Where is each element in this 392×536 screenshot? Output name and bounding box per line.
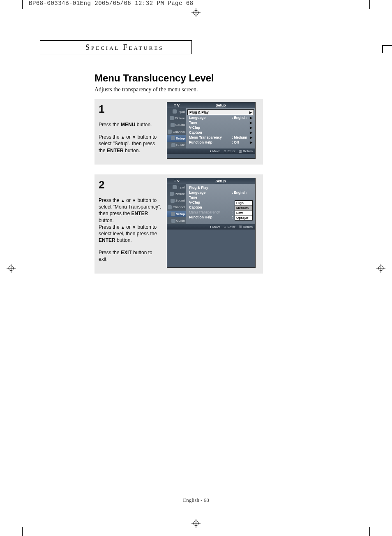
osd-nav-item: Setup <box>167 211 186 217</box>
nav-icon <box>171 212 175 216</box>
osd-nav-item: Input <box>167 184 186 190</box>
osd-foot-enter: ⊕ Enter <box>224 225 235 229</box>
osd-nav-item: Picture <box>167 190 186 197</box>
nav-icon <box>173 185 177 189</box>
step-block: 2 Press the ▲ or ▼ button to select "Men… <box>95 174 263 274</box>
osd-foot-enter: ⊕ Enter <box>224 149 235 153</box>
nav-icon <box>171 136 175 140</box>
osd-screenshot: T V Setup InputPictureSoundChannelSetupG… <box>167 102 256 159</box>
osd-screenshot: T V Setup InputPictureSoundChannelSetupG… <box>167 178 256 268</box>
osd-popup-item: Medium <box>235 206 252 211</box>
step-number: 2 <box>99 178 162 192</box>
osd-option-row: V-Chip▶ <box>187 125 254 130</box>
osd-option-row: Menu Transparency: Medium▶ <box>187 135 254 140</box>
osd-footer: ♦ Move ⊕ Enter ▥ Return <box>167 224 255 230</box>
osd-foot-move: ♦ Move <box>210 225 221 229</box>
osd-nav-item: Guide <box>167 142 186 149</box>
osd-option-row: Plug & Play <box>187 185 254 190</box>
osd-header: T V Setup <box>167 102 255 108</box>
page-subtitle: Adjusts the transparency of the menu scr… <box>95 86 263 93</box>
registration-mark-icon <box>191 519 201 528</box>
osd-popup-item: High <box>235 201 252 206</box>
osd-option-row: Time <box>187 195 254 200</box>
osd-panel: Plug & PlayLanguage: EnglishTimeV-ChipCa… <box>186 184 255 224</box>
registration-mark-icon <box>191 8 201 17</box>
nav-icon <box>173 109 177 114</box>
step-number: 1 <box>99 102 162 116</box>
osd-foot-return: ▥ Return <box>239 149 253 153</box>
crop-mark <box>382 45 392 53</box>
osd-popup-item: Low <box>235 211 252 216</box>
nav-icon <box>170 116 174 120</box>
registration-mark-icon <box>7 264 16 273</box>
osd-header: T V Setup <box>167 178 255 184</box>
osd-header-right: Setup <box>186 102 255 108</box>
crop-mark <box>22 0 23 9</box>
osd-header-right: Setup <box>186 178 255 184</box>
osd-option-row: Function Help: Off▶ <box>187 140 254 145</box>
osd-nav-item: Sound <box>167 122 186 128</box>
step-text: 1 Press the MENU button. Press the ▲ or … <box>99 102 162 159</box>
crop-mark <box>369 527 370 536</box>
osd-nav-item: Channel <box>167 128 186 135</box>
nav-icon <box>168 130 172 134</box>
step-block: 1 Press the MENU button. Press the ▲ or … <box>95 99 263 165</box>
nav-icon <box>168 205 172 209</box>
instruction-text: Press the ▲ or ▼ button to select "Menu … <box>99 197 162 244</box>
osd-option-row: Language: English <box>187 190 254 195</box>
osd-option-row: Time▶ <box>187 120 254 125</box>
osd-panel: Plug & Play▶Language: English▶Time▶V-Chi… <box>186 108 255 149</box>
nav-icon <box>171 199 175 203</box>
page-footer: English - 68 <box>0 497 392 504</box>
osd-footer: ♦ Move ⊕ Enter ▥ Return <box>167 149 255 154</box>
osd-nav-item: Picture <box>167 115 186 121</box>
osd-nav-item: Channel <box>167 204 186 211</box>
osd-option-row: Language: English▶ <box>187 115 254 120</box>
osd-popup-item: Opaque <box>235 216 252 220</box>
osd-popup: HighMediumLowOpaque <box>235 200 253 220</box>
osd-nav: InputPictureSoundChannelSetupGuide <box>167 184 186 224</box>
osd-header-left: T V <box>167 102 186 108</box>
registration-mark-icon <box>376 264 385 273</box>
osd-foot-return: ▥ Return <box>239 225 253 229</box>
nav-icon <box>171 143 175 147</box>
instruction-text: Press the ▲ or ▼ button to select "Setup… <box>99 134 162 154</box>
page-title: Menu Translucency Level <box>95 72 263 84</box>
print-slug: BP68-00334B-01Eng 2005/05/06 12:32 PM Pa… <box>29 0 194 7</box>
osd-header-left: T V <box>167 178 186 184</box>
nav-icon <box>170 192 174 196</box>
instruction-text: Press the EXIT button to exit. <box>99 249 162 262</box>
osd-foot-move: ♦ Move <box>210 149 221 153</box>
step-text: 2 Press the ▲ or ▼ button to select "Men… <box>99 178 162 268</box>
crop-mark <box>22 527 23 536</box>
osd-nav: InputPictureSoundChannelSetupGuide <box>167 108 186 149</box>
section-header-text: SPECIAL FEATURES <box>85 43 164 52</box>
nav-icon <box>171 123 175 127</box>
osd-option-row: Caption▶ <box>187 130 254 135</box>
nav-icon <box>171 219 175 223</box>
osd-nav-item: Input <box>167 108 186 115</box>
osd-nav-item: Guide <box>167 217 186 224</box>
instruction-text: Press the MENU button. <box>99 121 162 128</box>
section-header: SPECIAL FEATURES <box>40 40 192 54</box>
osd-option-row: Plug & Play▶ <box>187 109 254 115</box>
osd-nav-item: Setup <box>167 135 186 142</box>
crop-mark <box>369 0 370 9</box>
osd-nav-item: Sound <box>167 197 186 204</box>
